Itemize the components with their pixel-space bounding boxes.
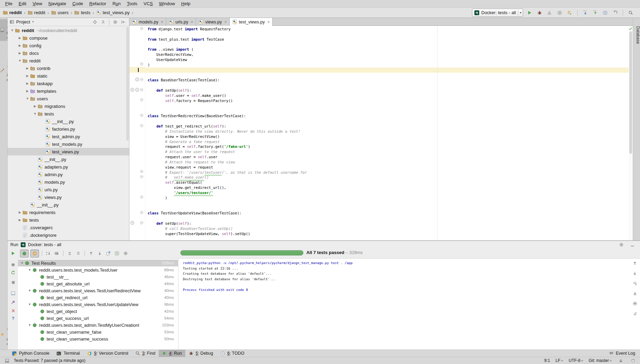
toolwindow-4-run[interactable]: 4: Run bbox=[159, 350, 185, 357]
expanded-arrow-icon[interactable]: ▼ bbox=[27, 289, 32, 292]
code-line[interactable]: self.factory = RequestFactory() bbox=[148, 98, 629, 103]
code-line[interactable]: ) bbox=[148, 195, 629, 201]
menu-vcs[interactable]: VCS bbox=[140, 0, 156, 8]
test-node-test-get-absolute-url[interactable]: test_get_absolute_url44ms bbox=[18, 280, 178, 287]
tree-item-reddit[interactable]: ▼reddit~/cookiecutter/reddit bbox=[8, 27, 129, 34]
fold-marker-icon[interactable] bbox=[140, 27, 143, 30]
expanded-arrow-icon[interactable]: ▼ bbox=[27, 324, 32, 327]
menu-run[interactable]: Run bbox=[109, 0, 124, 8]
line-separator-selector[interactable]: LF÷ bbox=[555, 358, 563, 363]
code-line[interactable]: request = self.factory.get('/fake-url') bbox=[148, 144, 629, 149]
help-button[interactable]: ? bbox=[10, 315, 17, 322]
override-down-icon[interactable]: ↓ bbox=[135, 78, 139, 81]
code-line[interactable]: view = UserRedirectView() bbox=[148, 134, 629, 139]
caret-position[interactable]: 9:1 bbox=[544, 358, 550, 363]
code-line[interactable]: # Expect: '/users/testuser/', as that is… bbox=[148, 170, 629, 175]
editor-tab-views-py[interactable]: views.py× bbox=[196, 18, 230, 26]
hide-run-panel-button[interactable] bbox=[629, 241, 636, 248]
editor-scrollbar[interactable] bbox=[629, 26, 633, 240]
scroll-to-end-button[interactable] bbox=[631, 290, 638, 297]
toolwindow-toggle-button[interactable] bbox=[3, 357, 10, 364]
run-configurations-button[interactable] bbox=[566, 9, 573, 16]
code-line[interactable]: from test_plus.test import TestCase bbox=[148, 37, 629, 42]
code-line[interactable]: view.get_redirect_url(), bbox=[148, 185, 629, 190]
panel-settings-button[interactable] bbox=[112, 19, 119, 26]
tree-item-urls-py[interactable]: urls.py bbox=[8, 186, 129, 193]
export-test-results-button[interactable] bbox=[105, 250, 112, 257]
fold-marker-icon[interactable] bbox=[140, 175, 143, 178]
code-line[interactable]: view.request = request bbox=[148, 165, 629, 170]
test-node-reddit-users-tests-test-models-testuser[interactable]: ▼reddit.users.tests.test_models.TestUser… bbox=[18, 266, 178, 273]
collapsed-arrow-icon[interactable]: ▶ bbox=[17, 219, 22, 222]
toolwindow-9-version-control[interactable]: 9: Version Control bbox=[83, 350, 132, 357]
menu-refactor[interactable]: Refactor bbox=[86, 0, 109, 8]
editor-tab-models-py[interactable]: models.py× bbox=[129, 18, 166, 26]
override-down-icon[interactable]: ↓ bbox=[135, 88, 139, 92]
close-tab-button[interactable] bbox=[10, 307, 17, 314]
breadcrumb-reddit[interactable]: reddit bbox=[3, 10, 22, 15]
run-config-combo[interactable]: djDocker: tests - all▾ bbox=[472, 9, 523, 17]
tree-item-adapters-py[interactable]: adapters.py bbox=[8, 163, 129, 171]
code-line[interactable]: ) bbox=[148, 62, 629, 68]
code-line[interactable]: self.assertEqual( bbox=[148, 180, 629, 185]
sort-by-duration-button[interactable] bbox=[53, 250, 60, 257]
tab-2-favorites[interactable]: ★2: Favorites bbox=[0, 322, 8, 347]
toolwindow-python-console[interactable]: Python Console bbox=[8, 350, 53, 357]
code-line[interactable]: # Attach the user to the request bbox=[148, 149, 629, 154]
test-settings-button[interactable] bbox=[122, 250, 129, 257]
code-line[interactable] bbox=[148, 42, 629, 47]
collapse-all-button[interactable] bbox=[75, 250, 82, 257]
vcs-update-button[interactable]: VCS bbox=[582, 9, 589, 16]
tree-item-test-admin-py[interactable]: test_admin.py bbox=[8, 133, 129, 140]
tree-item-init-py[interactable]: __init__.py bbox=[8, 118, 129, 125]
code-line[interactable] bbox=[148, 83, 629, 88]
tab-database[interactable]: Database bbox=[633, 26, 640, 44]
test-node-test-get-object[interactable]: test_get_object42ms bbox=[18, 308, 178, 315]
tree-item-test-views-py[interactable]: test_views.py bbox=[8, 148, 129, 155]
fold-marker-icon[interactable] bbox=[140, 88, 143, 91]
toolwindow-5-debug[interactable]: 5: Debug bbox=[185, 350, 217, 357]
collapsed-arrow-icon[interactable]: ▶ bbox=[25, 74, 30, 78]
expanded-arrow-icon[interactable]: ▼ bbox=[25, 97, 30, 100]
expanded-arrow-icon[interactable]: ▼ bbox=[32, 112, 38, 115]
code-line[interactable] bbox=[148, 109, 629, 114]
code-line[interactable] bbox=[148, 201, 629, 206]
code-line[interactable]: # self.make_user() bbox=[148, 175, 629, 180]
toolwindow-3-find[interactable]: 3: Find bbox=[132, 350, 159, 357]
close-tab-icon[interactable]: × bbox=[224, 20, 227, 24]
test-node-test-get-redirect-url[interactable]: test_get_redirect_url40ms bbox=[18, 294, 178, 301]
editor-scrollbar-thumb[interactable] bbox=[629, 31, 632, 154]
tree-item-templates[interactable]: ▶templates bbox=[8, 87, 129, 95]
collapsed-arrow-icon[interactable]: ▶ bbox=[25, 90, 30, 93]
tree-item-factories-py[interactable]: factories.py bbox=[8, 125, 129, 133]
collapsed-arrow-icon[interactable]: ▶ bbox=[17, 44, 22, 47]
hide-panel-button[interactable] bbox=[120, 19, 127, 26]
soft-wrap-toggle[interactable] bbox=[631, 280, 638, 287]
tab-7-structure[interactable]: 7: Structure bbox=[0, 58, 8, 83]
tree-item-contrib[interactable]: ▶contrib bbox=[8, 64, 129, 72]
tree-item-docs[interactable]: ▶docs bbox=[8, 49, 129, 57]
code-line[interactable] bbox=[148, 119, 629, 124]
tree-item-init-py[interactable]: __init__.py bbox=[8, 155, 129, 163]
stop-button[interactable] bbox=[10, 279, 17, 286]
search-everywhere-button[interactable] bbox=[627, 9, 634, 16]
rerun-failed-tests-button[interactable] bbox=[10, 269, 17, 276]
tree-item-dockerignore[interactable]: .dockerignore bbox=[8, 231, 129, 239]
sort-alphabetically-button[interactable]: az bbox=[45, 250, 52, 257]
show-ignored-toggle[interactable] bbox=[30, 250, 39, 257]
tree-item-config[interactable]: ▶config bbox=[8, 42, 129, 49]
close-tab-icon[interactable]: × bbox=[267, 20, 270, 24]
collapse-all-button[interactable] bbox=[100, 19, 107, 26]
test-node-test-get-success-url[interactable]: test_get_success_url54ms bbox=[18, 315, 178, 322]
expanded-arrow-icon[interactable]: ▼ bbox=[10, 29, 15, 32]
collapsed-arrow-icon[interactable]: ▶ bbox=[25, 82, 30, 85]
pin-tab-toggle[interactable] bbox=[10, 299, 17, 306]
project-panel-title[interactable]: Project▾ bbox=[10, 19, 34, 24]
run-with-coverage-button[interactable] bbox=[546, 9, 553, 16]
code-line[interactable]: UserRedirectView, bbox=[148, 52, 629, 57]
menu-help[interactable]: Help bbox=[178, 0, 194, 8]
expanded-arrow-icon[interactable]: ▼ bbox=[27, 269, 32, 272]
menu-file[interactable]: File bbox=[2, 0, 16, 8]
console-next-button[interactable] bbox=[631, 270, 638, 277]
event-log-button[interactable]: Event Log bbox=[609, 351, 640, 356]
